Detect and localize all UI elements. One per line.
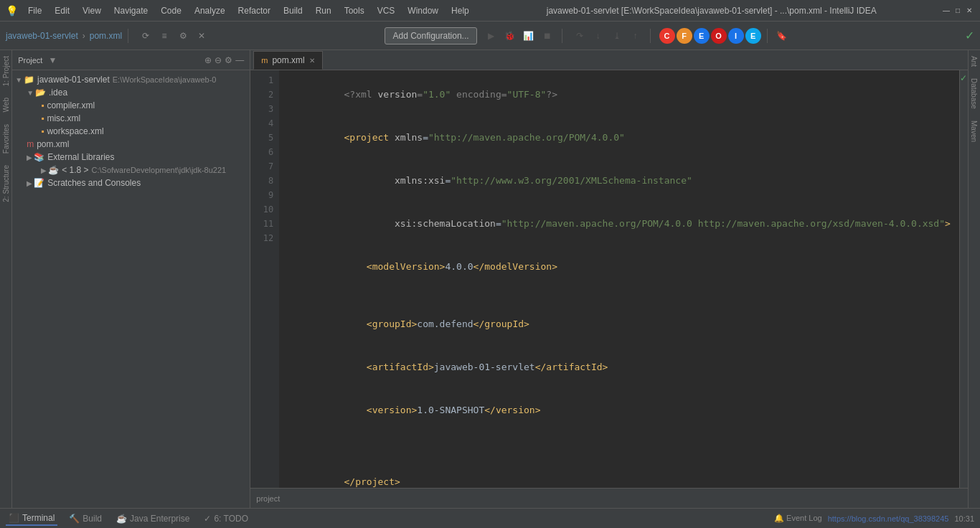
code-line-11 [288, 446, 951, 461]
code-line-9: <version>1.0-SNAPSHOT</version> [288, 389, 951, 432]
tree-compiler-label: compiler.xml [47, 100, 95, 110]
edge2-icon[interactable]: E [745, 28, 761, 44]
sync-icon[interactable]: ⟳ [137, 27, 154, 44]
left-panel-web[interactable]: Web [1, 92, 11, 118]
bottom-tab-todo[interactable]: ✓ 6: TODO [201, 512, 251, 525]
stop-button[interactable]: ⏹ [539, 27, 556, 44]
code-line-12: </project> [288, 461, 951, 488]
menu-run[interactable]: Run [310, 4, 337, 17]
tree-external-libraries[interactable]: ▶ 📚 External Libraries [12, 151, 250, 164]
menu-navigate[interactable]: Navigate [108, 4, 154, 17]
toolbar-separator-1 [128, 29, 128, 43]
tree-arrow-idea[interactable]: ▼ [27, 89, 34, 97]
tree-compiler-xml[interactable]: ▪ compiler.xml [12, 99, 250, 112]
firefox-icon[interactable]: F [677, 28, 692, 44]
left-panel-structure[interactable]: 2: Structure [1, 159, 11, 208]
menu-code[interactable]: Code [155, 4, 187, 17]
sidebar-close-icon[interactable]: — [235, 55, 244, 65]
sidebar-title: Project [18, 56, 42, 65]
bottom-tab-java-enterprise[interactable]: ☕ Java Enterprise [113, 512, 192, 525]
force-step-icon[interactable]: ⤓ [608, 27, 626, 44]
step-out-icon[interactable]: ↑ [627, 27, 644, 44]
sidebar-icon-2[interactable]: ⊖ [215, 55, 222, 65]
right-panel-ant[interactable]: Ant [969, 50, 979, 72]
ie-icon[interactable]: I [728, 28, 744, 44]
line-num-9: 9 [250, 188, 273, 202]
tree-misc-label: misc.xml [47, 113, 80, 123]
chrome-icon[interactable]: C [659, 28, 675, 44]
sidebar-header: Project ▼ ⊕ ⊖ ⚙ — [12, 50, 250, 70]
sidebar-header-icons: ⊕ ⊖ ⚙ — [204, 55, 244, 65]
tree-external-label: External Libraries [47, 152, 114, 162]
tree-arrow-external[interactable]: ▶ [27, 154, 32, 161]
xml-file-icon-2: ▪ [41, 113, 44, 123]
structure-icon[interactable]: ≡ [156, 27, 173, 44]
tree-arrow-root[interactable]: ▼ [15, 76, 22, 84]
csdn-link[interactable]: https://blog.csdn.net/qq_38398245 [828, 514, 949, 523]
right-panel-database[interactable]: Database [969, 72, 979, 115]
tree-scratches[interactable]: ▶ 📝 Scratches and Consoles [12, 176, 250, 189]
sidebar-settings-icon[interactable]: ⚙ [225, 55, 232, 65]
tree-idea-folder[interactable]: ▼ 📂 .idea [12, 86, 250, 99]
close-icon[interactable]: ✕ [193, 27, 210, 44]
terminal-icon: ⬛ [9, 513, 19, 523]
tree-misc-xml[interactable]: ▪ misc.xml [12, 112, 250, 125]
opera-icon[interactable]: O [711, 28, 727, 44]
sidebar-dropdown-icon[interactable]: ▼ [48, 55, 57, 65]
bookmark-manager-icon[interactable]: 🔖 [773, 27, 791, 44]
close-button[interactable]: ✕ [964, 6, 974, 16]
event-log-link[interactable]: 🔔 Event Log [774, 514, 822, 523]
menu-vcs[interactable]: VCS [372, 4, 401, 17]
edge-icon[interactable]: E [694, 28, 710, 44]
step-icons: ↷ ↓ ⤓ ↑ [571, 27, 644, 44]
todo-label: 6: TODO [214, 514, 248, 524]
breadcrumb-project[interactable]: javaweb-01-servlet [6, 31, 78, 41]
code-editor[interactable]: <?xml version="1.0" encoding="UTF-8"?> <… [279, 70, 959, 488]
line-num-3: 3 [250, 102, 273, 116]
maximize-button[interactable]: □ [953, 6, 963, 16]
toolbar-separator-4 [767, 29, 768, 43]
status-breadcrumb[interactable]: project [256, 494, 280, 503]
tree-pom-xml[interactable]: m pom.xml [12, 138, 250, 151]
tab-pom-xml[interactable]: m pom.xml ✕ [253, 51, 323, 70]
menu-analyze[interactable]: Analyze [189, 4, 231, 17]
editor-content[interactable]: 1 2 3 4 5 6 7 8 9 10 11 12 <?xml version… [250, 70, 968, 488]
bottom-tab-build[interactable]: 🔨 Build [66, 512, 105, 525]
menu-help[interactable]: Help [446, 4, 475, 17]
tab-close-button[interactable]: ✕ [309, 57, 315, 65]
debug-button[interactable]: 🐞 [501, 27, 519, 44]
line-num-10: 10 [250, 202, 273, 217]
settings-icon[interactable]: ⚙ [174, 27, 192, 44]
terminal-label: Terminal [22, 513, 55, 523]
bottom-tab-terminal[interactable]: ⬛ Terminal [6, 512, 57, 526]
tree-arrow-jdk[interactable]: ▶ [41, 166, 47, 174]
menu-refactor[interactable]: Refactor [232, 4, 276, 17]
sidebar-icon-1[interactable]: ⊕ [204, 55, 212, 65]
run-coverage-button[interactable]: 📊 [520, 27, 537, 44]
line-num-7: 7 [250, 159, 273, 174]
tree-workspace-xml[interactable]: ▪ workspace.xml [12, 125, 250, 138]
menu-edit[interactable]: Edit [49, 4, 75, 17]
menu-view[interactable]: View [77, 4, 107, 17]
menu-tools[interactable]: Tools [339, 4, 370, 17]
left-panel-project[interactable]: 1: Project [1, 50, 11, 92]
tree-jdk-entry[interactable]: ▶ ☕ < 1.8 > C:\SofwareDevelopment\jdk\jd… [12, 164, 250, 176]
step-over-icon[interactable]: ↷ [571, 27, 588, 44]
menu-window[interactable]: Window [402, 4, 444, 17]
xml-file-icon-3: ▪ [41, 126, 44, 136]
run-button[interactable]: ▶ [483, 27, 500, 44]
line-num-11: 11 [250, 217, 273, 231]
external-libraries-icon: 📚 [34, 152, 44, 162]
menu-file[interactable]: File [22, 4, 47, 17]
breadcrumb-file[interactable]: pom.xml [90, 31, 122, 41]
right-panel-maven[interactable]: Maven [969, 115, 979, 148]
menu-build[interactable]: Build [278, 4, 308, 17]
left-panel-favorites[interactable]: Favorites [1, 118, 11, 159]
add-configuration-button[interactable]: Add Configuration... [385, 27, 476, 44]
tree-root-project[interactable]: ▼ 📁 javaweb-01-servlet E:\WorkSpaceIdea\… [12, 73, 250, 86]
code-line-3: xmlns:xsi="http://www.w3.org/2001/XMLSch… [288, 159, 951, 202]
minimize-button[interactable]: — [941, 6, 951, 16]
step-into-icon[interactable]: ↓ [590, 27, 607, 44]
tree-arrow-scratches[interactable]: ▶ [27, 179, 32, 187]
gutter-check-icon: ✓ [960, 70, 967, 86]
